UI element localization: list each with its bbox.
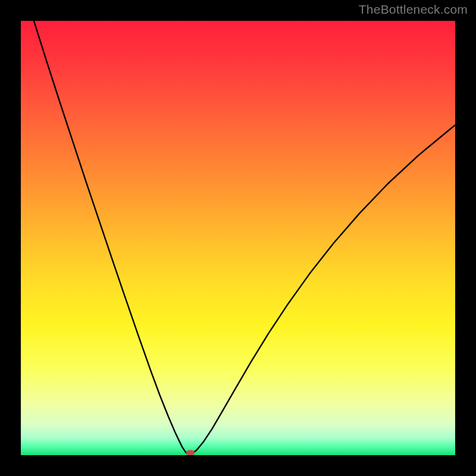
plot-area <box>21 21 455 455</box>
bottleneck-curve <box>21 21 455 455</box>
watermark-text: TheBottleneck.com <box>359 2 468 17</box>
optimum-marker <box>186 450 195 455</box>
chart-frame: TheBottleneck.com <box>0 0 476 476</box>
